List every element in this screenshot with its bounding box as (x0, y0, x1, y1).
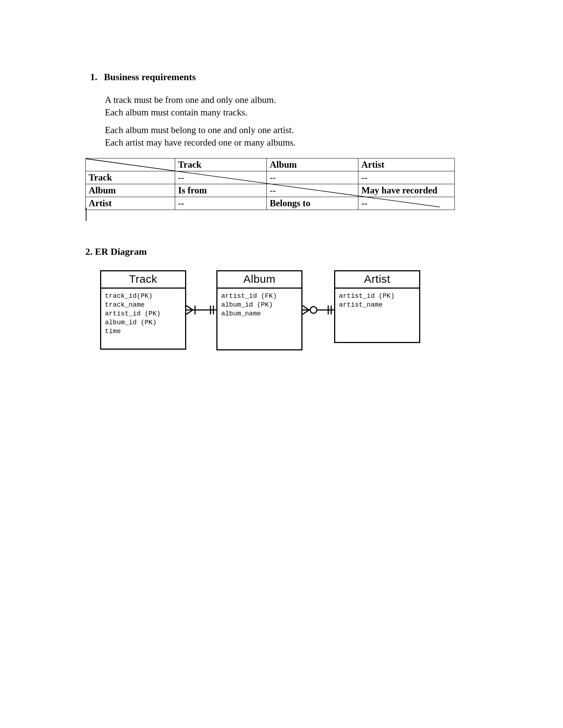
table-row: Artist -- Belongs to -- (86, 197, 455, 210)
section-1-marker: 1. (90, 72, 98, 82)
svg-line-4 (186, 310, 193, 314)
rel-album-artist (302, 306, 334, 314)
col-header: Album (267, 158, 358, 171)
requirements-paragraph-1: A track must be from one and only one al… (105, 94, 276, 119)
section-1-title: Business requirements (104, 72, 196, 82)
er-diagram: Track track_id(PK) track_name artist_id … (100, 270, 468, 366)
diagonal-slash-icon (86, 158, 175, 171)
cell: -- (267, 171, 358, 184)
relationship-matrix: Track Album Artist Track -- -- -- Album … (85, 158, 455, 210)
cell: May have recorded (358, 184, 455, 197)
req-line: Each album must contain many tracks. (105, 106, 276, 119)
requirements-paragraph-2: Each album must belong to one and only o… (105, 124, 296, 149)
req-line: A track must be from one and only one al… (105, 94, 276, 106)
cell: -- (175, 171, 267, 184)
col-header: Artist (358, 158, 455, 171)
cell: -- (267, 184, 358, 197)
section-1-heading: 1.Business requirements (90, 72, 196, 83)
cell: -- (175, 197, 267, 210)
svg-line-0 (86, 158, 175, 171)
svg-point-11 (310, 307, 317, 313)
cell: Is from (175, 184, 267, 197)
req-line: Each artist may have recorded one or man… (105, 136, 296, 149)
text-cursor-icon (86, 208, 86, 221)
svg-line-10 (302, 310, 309, 314)
section-2-heading: 2. ER Diagram (85, 246, 147, 257)
row-header: Track (86, 171, 175, 184)
table-row: Track Album Artist (86, 158, 455, 171)
svg-line-9 (302, 306, 309, 310)
table-row: Track -- -- -- (86, 171, 455, 184)
col-header: Track (175, 158, 267, 171)
document-page: 1.Business requirements A track must be … (0, 0, 563, 728)
er-connectors (100, 270, 468, 366)
row-header: Album (86, 184, 175, 197)
rel-track-album (186, 306, 216, 314)
row-header: Artist (86, 197, 175, 210)
cell: -- (358, 197, 455, 210)
table-row: Album Is from -- May have recorded (86, 184, 455, 197)
req-line: Each album must belong to one and only o… (105, 124, 296, 136)
svg-line-3 (186, 306, 193, 310)
matrix-corner-cell (86, 158, 175, 171)
cell: Belongs to (267, 197, 358, 210)
cell: -- (358, 171, 455, 184)
